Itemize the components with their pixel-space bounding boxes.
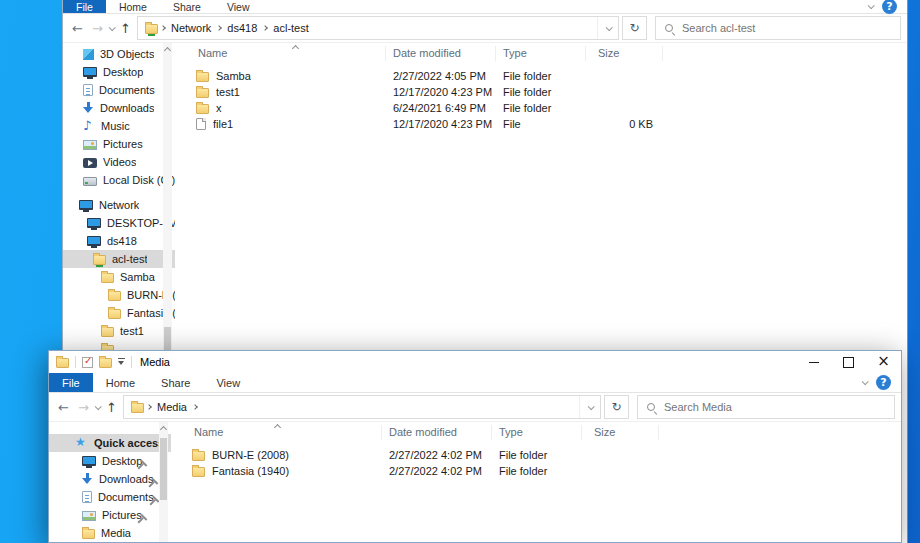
ribbon-right-controls [862, 373, 891, 392]
sidebar-item-3d-objects[interactable]: 3D Objects [63, 45, 175, 63]
sidebar-item-music[interactable]: Music [63, 117, 175, 135]
maximize-icon [843, 357, 854, 368]
up-arrow-icon[interactable] [103, 400, 120, 415]
breadcrumb-chevron-icon[interactable] [192, 404, 198, 410]
sidebar-item-desktop[interactable]: Desktop [63, 63, 175, 81]
address-dropdown-button[interactable] [597, 17, 618, 39]
tab-share[interactable]: Share [160, 0, 214, 13]
scrollbar-thumb[interactable] [160, 438, 167, 500]
sidebar-item-test1[interactable]: test1 [63, 322, 175, 340]
monitor-icon [83, 67, 97, 77]
column-header-name[interactable]: Name [186, 46, 386, 61]
sidebar-item-downloads[interactable]: Downloads [49, 470, 171, 488]
breadcrumb-chevron-icon[interactable] [262, 25, 268, 31]
column-header-type[interactable]: Type [492, 425, 582, 440]
title-bar[interactable]: Media [49, 351, 901, 373]
sidebar-item-desktop-9vq3l[interactable]: DESKTOP-9VQ3L [63, 214, 175, 232]
back-arrow-icon[interactable] [69, 21, 86, 36]
recent-locations-chevron-icon[interactable] [95, 403, 102, 410]
sidebar-item-pictures[interactable]: Pictures [49, 506, 171, 524]
help-icon[interactable] [876, 375, 891, 390]
sidebar-item-media[interactable]: Media [49, 524, 171, 542]
tab-view[interactable]: View [203, 373, 253, 392]
address-bar[interactable]: Media [123, 395, 601, 419]
search-input[interactable] [664, 401, 886, 413]
properties-check-icon[interactable] [82, 357, 93, 368]
file-list: Name Date modified Type Size BURN-E (200… [171, 422, 901, 542]
sidebar-item-pictures[interactable]: Pictures [63, 135, 175, 153]
file-row-test1[interactable]: test1 12/17/2020 4:23 PM File folder [186, 84, 907, 100]
column-header-date-modified[interactable]: Date modified [382, 425, 492, 440]
refresh-button[interactable] [622, 16, 647, 40]
file-name: test1 [216, 86, 240, 98]
sidebar-item-label: Documents [99, 84, 155, 96]
file-row-x[interactable]: x 6/24/2021 6:49 PM File folder [186, 100, 907, 116]
chevron-down-icon [587, 403, 594, 410]
sidebar-item-documents[interactable]: Documents [49, 488, 171, 506]
minimize-icon [809, 362, 819, 363]
sidebar-item-acl-test[interactable]: acl-test [63, 250, 175, 268]
qat-dropdown-icon[interactable] [118, 358, 125, 366]
scroll-up-arrow-icon[interactable] [164, 47, 171, 54]
column-header-name[interactable]: Name [182, 425, 382, 440]
up-arrow-icon[interactable] [117, 21, 134, 36]
tab-file[interactable]: File [63, 0, 106, 13]
tab-file[interactable]: File [49, 373, 93, 392]
sidebar-item-videos[interactable]: Videos [63, 153, 175, 171]
column-header-size[interactable]: Size [582, 425, 659, 440]
file-row-samba[interactable]: Samba 2/27/2022 4:05 PM File folder [186, 68, 907, 84]
sidebar-item-downloads[interactable]: Downloads [63, 99, 175, 117]
divider [131, 356, 132, 368]
breadcrumb-chevron-icon[interactable] [217, 25, 223, 31]
address-bar[interactable]: Network ds418 acl-test [137, 16, 619, 40]
tab-home[interactable]: Home [93, 373, 148, 392]
breadcrumb-network[interactable]: Network [168, 22, 214, 34]
file-row-burn-e[interactable]: BURN-E (2008) 2/27/2022 4:02 PM File fol… [182, 447, 901, 463]
maximize-button[interactable] [831, 351, 866, 373]
refresh-icon [611, 400, 621, 414]
sidebar-item-documents[interactable]: Documents [63, 81, 175, 99]
breadcrumb-chevron-icon[interactable] [146, 404, 152, 410]
breadcrumb-media[interactable]: Media [154, 401, 190, 413]
expand-ribbon-chevron-icon[interactable] [868, 2, 875, 9]
refresh-button[interactable] [604, 395, 629, 419]
back-arrow-icon[interactable] [55, 400, 72, 415]
sidebar-item-samba[interactable]: Samba [63, 268, 175, 286]
breadcrumb-chevron-icon[interactable] [160, 25, 166, 31]
new-folder-icon[interactable] [99, 358, 112, 368]
help-icon[interactable] [882, 0, 897, 14]
breadcrumb-acl-test[interactable]: acl-test [270, 22, 311, 34]
minimize-button[interactable] [796, 351, 831, 373]
address-dropdown-button[interactable] [579, 396, 600, 418]
column-header-date-modified[interactable]: Date modified [386, 46, 496, 61]
search-box[interactable] [655, 16, 901, 40]
file-rows: BURN-E (2008) 2/27/2022 4:02 PM File fol… [182, 447, 901, 479]
column-header-size[interactable]: Size [586, 46, 663, 61]
column-header-type[interactable]: Type [496, 46, 586, 61]
breadcrumb-ds418[interactable]: ds418 [224, 22, 260, 34]
sidebar-item-fantasia[interactable]: Fantasia (1940) [63, 304, 175, 322]
file-row-file1[interactable]: file1 12/17/2020 4:23 PM File 0 KB [186, 116, 907, 132]
sidebar-item-desktop[interactable]: Desktop [49, 452, 171, 470]
sidebar-item-network[interactable]: Network [63, 196, 175, 214]
file-row-fantasia[interactable]: Fantasia (1940) 2/27/2022 4:02 PM File f… [182, 463, 901, 479]
sidebar-item-ds418[interactable]: ds418 [63, 232, 175, 250]
recent-locations-chevron-icon[interactable] [109, 24, 116, 31]
tab-share[interactable]: Share [148, 373, 203, 392]
scroll-up-arrow-icon[interactable] [160, 426, 167, 433]
close-button[interactable] [866, 351, 901, 373]
search-box[interactable] [637, 395, 895, 419]
forward-arrow-icon[interactable] [89, 21, 106, 36]
sidebar-item-burn-e[interactable]: BURN-E (2008) [63, 286, 175, 304]
document-icon [83, 84, 93, 96]
sidebar-item-local-disk[interactable]: Local Disk (C:) [63, 171, 175, 189]
expand-ribbon-chevron-icon[interactable] [862, 378, 869, 385]
sidebar-item-label: Music [101, 120, 130, 132]
file-name: x [216, 102, 222, 114]
tab-view[interactable]: View [214, 0, 263, 13]
search-input[interactable] [682, 22, 892, 34]
sidebar-scrollbar[interactable] [159, 422, 168, 542]
tab-home[interactable]: Home [106, 0, 160, 13]
forward-arrow-icon[interactable] [75, 400, 92, 415]
sidebar-item-quick-access[interactable]: Quick access [49, 434, 171, 452]
